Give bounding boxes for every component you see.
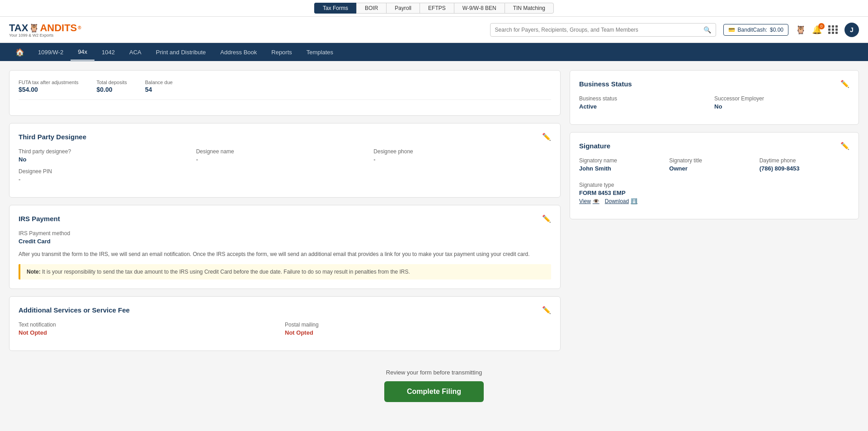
payment-method: IRS Payment method Credit Card [19, 230, 551, 245]
biz-status: Business status Active [579, 95, 714, 110]
signatory-name-label: Signatory name [579, 157, 669, 164]
search-icon: 🔍 [703, 26, 711, 33]
business-status-info: Business status Active Successor Employe… [579, 95, 849, 115]
successor-label: Successor Employer [714, 95, 849, 102]
business-status-edit-icon[interactable]: ✏️ [840, 80, 849, 88]
logo-bandits: ANDITS [40, 22, 77, 34]
additional-services-header: Additional Services or Service Fee ✏️ [19, 306, 551, 314]
complete-filing-button[interactable]: Complete Filing [384, 381, 484, 402]
download-link[interactable]: Download ⬇️ [605, 198, 637, 204]
nav-94x[interactable]: 94x [71, 44, 94, 61]
text-notif-label: Text notification [19, 322, 285, 328]
main-content: FUTA tax after adjustments $54.00 Total … [0, 61, 868, 360]
summary-card: FUTA tax after adjustments $54.00 Total … [9, 70, 561, 116]
designee-phone: Designee phone - [373, 148, 551, 163]
daytime-phone: Daytime phone (786) 809-8453 [760, 157, 849, 172]
avatar[interactable]: J [844, 23, 859, 37]
right-column: Business Status ✏️ Business status Activ… [570, 70, 859, 351]
biz-status-label: Business status [579, 95, 714, 102]
footer-review-text: Review your form before transmitting [9, 369, 859, 376]
top-navigation: Tax Forms BOIR Payroll EFTPS W-9/W-8 BEN… [0, 0, 868, 17]
futa-summary: FUTA tax after adjustments $54.00 [19, 80, 78, 93]
biz-status-value: Active [579, 103, 714, 110]
text-notif-value: Not Opted [19, 329, 285, 336]
signatory-name: Signatory name John Smith [579, 157, 669, 172]
designee-pin-row: Designee PIN - [19, 168, 551, 188]
additional-services-info: Text notification Not Opted Postal maili… [19, 322, 551, 341]
irs-payment-header: IRS Payment ✏️ [19, 214, 551, 223]
designee-name: Designee name - [196, 148, 374, 163]
successor-value: No [714, 103, 849, 110]
nav-reports[interactable]: Reports [264, 44, 299, 60]
logo-text: TAX 🦉 ANDITS ® [9, 22, 81, 34]
signature-title: Signature [579, 142, 610, 150]
bandit-cash-value: $0.00 [770, 27, 783, 33]
payment-method-value: Credit Card [19, 238, 551, 245]
irs-payment-edit-icon[interactable]: ✏️ [542, 214, 551, 223]
deposits-label: Total deposits [96, 80, 127, 85]
nav-1099w2[interactable]: 1099/W-2 [31, 44, 71, 60]
view-eye-icon: 👁️ [593, 198, 599, 204]
nav-1042[interactable]: 1042 [94, 44, 122, 60]
top-nav-tin[interactable]: TIN Matching [505, 3, 554, 14]
balance-value: 54 [145, 86, 173, 93]
sig-type-value: FORM 8453 EMP [579, 189, 849, 196]
nav-home[interactable]: 🏠 [9, 44, 31, 60]
deposits-summary: Total deposits $0.00 [96, 80, 127, 93]
nav-print-distribute[interactable]: Print and Distribute [149, 44, 213, 60]
additional-services-edit-icon[interactable]: ✏️ [542, 306, 551, 314]
signature-type: Signature type FORM 8453 EMP View 👁️ Dow… [579, 182, 849, 204]
top-nav-payroll[interactable]: Payroll [386, 3, 420, 14]
signatory-title-value: Owner [669, 165, 759, 172]
nav-templates[interactable]: Templates [299, 44, 340, 60]
payment-description: After you transmit the form to the IRS, … [19, 250, 551, 259]
nav-aca[interactable]: ACA [122, 44, 149, 60]
signatory-title: Signatory title Owner [669, 157, 759, 172]
signatory-name-value: John Smith [579, 165, 669, 172]
top-nav-w9[interactable]: W-9/W-8 BEN [454, 3, 505, 14]
designee-name-value: - [196, 156, 374, 163]
logo-tm: ® [78, 25, 81, 30]
notification-icon[interactable]: 🔔 0 [812, 25, 822, 35]
additional-services-title: Additional Services or Service Fee [19, 306, 130, 314]
owl-icon[interactable]: 🦉 [796, 25, 806, 35]
payment-note: Note: It is your responsibility to send … [19, 264, 551, 279]
bandit-cash[interactable]: 💳 BanditCash: $0.00 [723, 24, 788, 36]
logo: TAX 🦉 ANDITS ® Your 1099 & W2 Exports [9, 22, 81, 38]
payment-method-label: IRS Payment method [19, 230, 551, 237]
search-input[interactable] [495, 27, 700, 33]
business-status-title: Business Status [579, 80, 632, 88]
top-nav-boir[interactable]: BOIR [356, 3, 386, 14]
phone-label: Daytime phone [760, 157, 849, 164]
top-nav-tax-forms[interactable]: Tax Forms [314, 3, 356, 14]
top-nav-eftps[interactable]: EFTPS [420, 3, 454, 14]
left-column: FUTA tax after adjustments $54.00 Total … [9, 70, 561, 351]
note-text: It is your responsibility to send the ta… [42, 269, 410, 275]
nav-address-book[interactable]: Address Book [213, 44, 264, 60]
designee-pin: Designee PIN - [19, 168, 551, 183]
designee-q-value: No [19, 156, 196, 163]
download-label: Download [605, 198, 629, 204]
text-notification: Text notification Not Opted [19, 322, 285, 336]
designee-question: Third party designee? No [19, 148, 196, 163]
logo-owl-icon: 🦉 [29, 23, 39, 33]
header-icons: 🦉 🔔 0 J [796, 23, 859, 37]
business-status-card: Business Status ✏️ Business status Activ… [570, 70, 859, 125]
view-link[interactable]: View 👁️ [579, 198, 599, 204]
header: TAX 🦉 ANDITS ® Your 1099 & W2 Exports 🔍 … [0, 17, 868, 43]
search-bar: 🔍 [490, 23, 716, 37]
signature-links: View 👁️ Download ⬇️ [579, 198, 849, 204]
designee-phone-label: Designee phone [373, 148, 551, 155]
notification-badge: 0 [818, 23, 825, 29]
irs-payment-card: IRS Payment ✏️ IRS Payment method Credit… [9, 205, 561, 289]
successor-employer: Successor Employer No [714, 95, 849, 110]
signature-edit-icon[interactable]: ✏️ [840, 142, 849, 150]
apps-grid-icon[interactable] [828, 25, 838, 34]
third-party-edit-icon[interactable]: ✏️ [542, 133, 551, 141]
bandit-cash-label: BanditCash: [738, 27, 767, 33]
additional-services-card: Additional Services or Service Fee ✏️ Te… [9, 296, 561, 351]
postal-mailing: Postal mailing Not Opted [285, 322, 551, 336]
logo-tax: TAX [9, 22, 28, 34]
postal-label: Postal mailing [285, 322, 551, 328]
third-party-title: Third Party Designee [19, 133, 86, 141]
